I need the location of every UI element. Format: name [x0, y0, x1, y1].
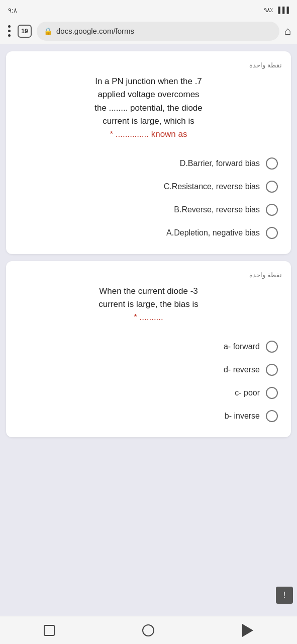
option-q3-c[interactable]: c- poor	[15, 382, 282, 404]
status-icons: ۹۸٪ ▐▐▐	[264, 7, 289, 14]
feedback-button[interactable]: !	[276, 587, 293, 604]
option-q3-d-radio[interactable]	[266, 364, 278, 376]
option-q7-c-radio[interactable]	[266, 181, 278, 193]
nav-play-button[interactable]	[232, 620, 263, 641]
status-time: ۹:۸	[8, 7, 17, 14]
status-battery: ۹۸٪	[264, 7, 273, 14]
option-q3-a-radio[interactable]	[266, 341, 278, 353]
url-bar[interactable]: 🔒 docs.google.com/forms	[37, 22, 279, 41]
option-q3-c-label: c- poor	[235, 388, 260, 397]
option-q3-d-label: d- reverse	[224, 365, 260, 374]
nav-square-button[interactable]	[34, 621, 65, 640]
question-3-card: نقطة واحدة When the current diode -3 cur…	[6, 261, 291, 437]
option-q7-a-label: A.Depletion, negative bias	[166, 228, 260, 237]
main-content: نقطة واحدة In a PN junction when the .7 …	[0, 44, 297, 616]
question-7-line5: * .............. known as	[110, 129, 187, 139]
bottom-nav	[0, 616, 297, 644]
option-q3-b[interactable]: b- inverse	[15, 405, 282, 427]
square-icon	[44, 625, 55, 636]
lock-icon: 🔒	[44, 27, 52, 35]
question-7-points: نقطة واحدة	[249, 61, 282, 69]
option-q3-a-label: a- forward	[224, 342, 260, 351]
question-7-line4: current is large, which is	[103, 116, 194, 126]
option-q7-b-radio[interactable]	[266, 204, 278, 216]
question-7-line2: applied voltage overcomes	[97, 90, 199, 99]
menu-dots-button[interactable]	[6, 23, 13, 39]
question-7-options: D.Barrier, forward bias C.Resistance, re…	[15, 152, 282, 244]
option-q7-a[interactable]: A.Depletion, negative bias	[15, 222, 282, 244]
question-3-line2: current is large, the bias is	[98, 299, 198, 309]
option-q3-c-radio[interactable]	[266, 387, 278, 399]
question-3-line3: * ..........	[134, 312, 163, 322]
option-q7-c[interactable]: C.Resistance, reverse bias	[15, 176, 282, 198]
question-3-text: When the current diode -3 current is lar…	[20, 285, 277, 325]
home-icon[interactable]: ⌂	[284, 25, 291, 38]
nav-circle-button[interactable]	[132, 620, 164, 640]
question-7-text: In a PN junction when the .7 applied vol…	[20, 75, 277, 141]
status-bar: ۹:۸ ۹۸٪ ▐▐▐	[0, 0, 297, 18]
question-3-points: نقطة واحدة	[249, 271, 282, 279]
question-3-options: a- forward d- reverse c- poor b- inverse	[15, 336, 282, 427]
question-7-header: نقطة واحدة	[15, 61, 282, 69]
circle-icon	[142, 624, 154, 636]
option-q7-d-radio[interactable]	[266, 157, 278, 170]
option-q7-b-label: B.Reverse, reverse bias	[174, 205, 260, 214]
option-q3-a[interactable]: a- forward	[15, 336, 282, 358]
option-q7-c-label: C.Resistance, reverse bias	[164, 182, 260, 191]
signal-bars-icon: ▐▐▐	[276, 7, 289, 14]
browser-bar: 19 🔒 docs.google.com/forms ⌂	[0, 18, 297, 44]
question-7-body: In a PN junction when the .7 applied vol…	[15, 75, 282, 141]
option-q3-b-radio[interactable]	[266, 410, 278, 422]
tab-count-badge[interactable]: 19	[18, 25, 32, 38]
question-7-line3: the ........ potential, the diode	[94, 103, 203, 113]
option-q7-a-radio[interactable]	[266, 227, 278, 239]
question-3-header: نقطة واحدة	[15, 271, 282, 279]
option-q7-d-label: D.Barrier, forward bias	[180, 159, 260, 168]
question-7-card: نقطة واحدة In a PN junction when the .7 …	[6, 51, 291, 254]
option-q7-b[interactable]: B.Reverse, reverse bias	[15, 199, 282, 221]
option-q3-d[interactable]: d- reverse	[15, 359, 282, 381]
url-text: docs.google.com/forms	[56, 27, 134, 35]
option-q7-d[interactable]: D.Barrier, forward bias	[15, 152, 282, 175]
option-q3-b-label: b- inverse	[225, 412, 260, 421]
question-3-line1: When the current diode -3	[99, 286, 198, 296]
question-7-line1: In a PN junction when the .7	[95, 76, 202, 86]
question-3-body: When the current diode -3 current is lar…	[15, 285, 282, 325]
play-icon	[242, 624, 253, 637]
